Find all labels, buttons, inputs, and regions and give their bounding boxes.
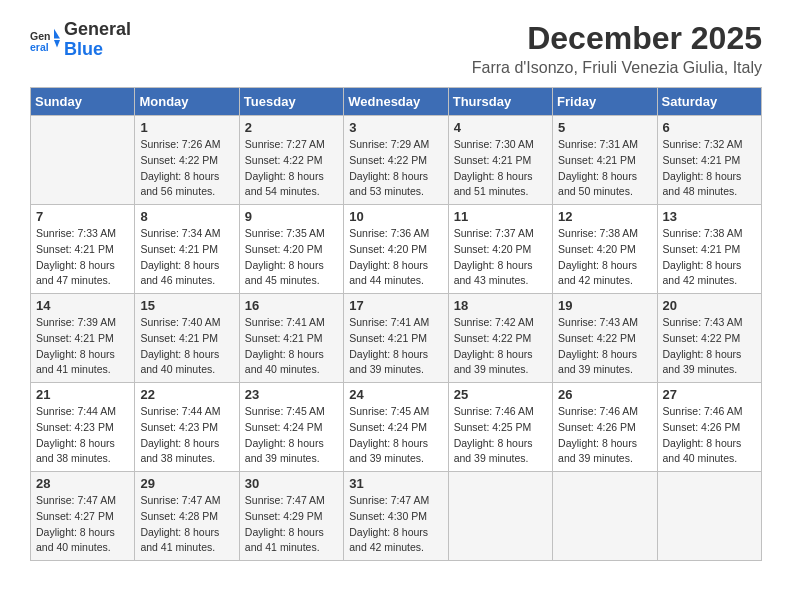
weekday-header: Tuesday [239,88,343,116]
day-number: 25 [454,387,547,402]
day-number: 7 [36,209,129,224]
day-number: 28 [36,476,129,491]
sun-info: Sunrise: 7:27 AM Sunset: 4:22 PM Dayligh… [245,137,338,200]
calendar-cell: 30 Sunrise: 7:47 AM Sunset: 4:29 PM Dayl… [239,472,343,561]
calendar-cell: 3 Sunrise: 7:29 AM Sunset: 4:22 PM Dayli… [344,116,448,205]
calendar-header-row: SundayMondayTuesdayWednesdayThursdayFrid… [31,88,762,116]
calendar-cell: 12 Sunrise: 7:38 AM Sunset: 4:20 PM Dayl… [553,205,657,294]
calendar-cell: 26 Sunrise: 7:46 AM Sunset: 4:26 PM Dayl… [553,383,657,472]
day-number: 17 [349,298,442,313]
sun-info: Sunrise: 7:43 AM Sunset: 4:22 PM Dayligh… [558,315,651,378]
calendar-cell: 21 Sunrise: 7:44 AM Sunset: 4:23 PM Dayl… [31,383,135,472]
day-number: 20 [663,298,756,313]
weekday-header: Sunday [31,88,135,116]
calendar-cell: 7 Sunrise: 7:33 AM Sunset: 4:21 PM Dayli… [31,205,135,294]
day-number: 13 [663,209,756,224]
calendar-cell: 4 Sunrise: 7:30 AM Sunset: 4:21 PM Dayli… [448,116,552,205]
day-number: 27 [663,387,756,402]
calendar-cell: 25 Sunrise: 7:46 AM Sunset: 4:25 PM Dayl… [448,383,552,472]
page-header: Gen eral General Blue December 2025 Farr… [30,20,762,77]
day-number: 10 [349,209,442,224]
sun-info: Sunrise: 7:35 AM Sunset: 4:20 PM Dayligh… [245,226,338,289]
calendar-cell: 6 Sunrise: 7:32 AM Sunset: 4:21 PM Dayli… [657,116,761,205]
calendar-week-row: 7 Sunrise: 7:33 AM Sunset: 4:21 PM Dayli… [31,205,762,294]
calendar-cell: 28 Sunrise: 7:47 AM Sunset: 4:27 PM Dayl… [31,472,135,561]
day-number: 24 [349,387,442,402]
day-number: 2 [245,120,338,135]
day-number: 11 [454,209,547,224]
day-number: 22 [140,387,233,402]
sun-info: Sunrise: 7:46 AM Sunset: 4:25 PM Dayligh… [454,404,547,467]
svg-text:eral: eral [30,40,49,52]
calendar-cell [553,472,657,561]
calendar-cell: 14 Sunrise: 7:39 AM Sunset: 4:21 PM Dayl… [31,294,135,383]
calendar-week-row: 28 Sunrise: 7:47 AM Sunset: 4:27 PM Dayl… [31,472,762,561]
sun-info: Sunrise: 7:40 AM Sunset: 4:21 PM Dayligh… [140,315,233,378]
calendar-cell: 15 Sunrise: 7:40 AM Sunset: 4:21 PM Dayl… [135,294,239,383]
day-number: 14 [36,298,129,313]
calendar-cell: 16 Sunrise: 7:41 AM Sunset: 4:21 PM Dayl… [239,294,343,383]
day-number: 15 [140,298,233,313]
sun-info: Sunrise: 7:38 AM Sunset: 4:20 PM Dayligh… [558,226,651,289]
calendar-cell [657,472,761,561]
month-title: December 2025 [472,20,762,57]
day-number: 12 [558,209,651,224]
calendar-cell: 13 Sunrise: 7:38 AM Sunset: 4:21 PM Dayl… [657,205,761,294]
sun-info: Sunrise: 7:46 AM Sunset: 4:26 PM Dayligh… [663,404,756,467]
calendar-cell: 5 Sunrise: 7:31 AM Sunset: 4:21 PM Dayli… [553,116,657,205]
calendar-table: SundayMondayTuesdayWednesdayThursdayFrid… [30,87,762,561]
day-number: 23 [245,387,338,402]
calendar-cell [31,116,135,205]
sun-info: Sunrise: 7:29 AM Sunset: 4:22 PM Dayligh… [349,137,442,200]
day-number: 8 [140,209,233,224]
logo: Gen eral General Blue [30,20,131,60]
calendar-cell: 9 Sunrise: 7:35 AM Sunset: 4:20 PM Dayli… [239,205,343,294]
day-number: 18 [454,298,547,313]
calendar-cell: 1 Sunrise: 7:26 AM Sunset: 4:22 PM Dayli… [135,116,239,205]
calendar-cell: 24 Sunrise: 7:45 AM Sunset: 4:24 PM Dayl… [344,383,448,472]
sun-info: Sunrise: 7:41 AM Sunset: 4:21 PM Dayligh… [245,315,338,378]
svg-marker-2 [54,29,60,39]
day-number: 26 [558,387,651,402]
day-number: 9 [245,209,338,224]
sun-info: Sunrise: 7:47 AM Sunset: 4:30 PM Dayligh… [349,493,442,556]
calendar-cell: 20 Sunrise: 7:43 AM Sunset: 4:22 PM Dayl… [657,294,761,383]
sun-info: Sunrise: 7:34 AM Sunset: 4:21 PM Dayligh… [140,226,233,289]
sun-info: Sunrise: 7:47 AM Sunset: 4:28 PM Dayligh… [140,493,233,556]
day-number: 1 [140,120,233,135]
day-number: 4 [454,120,547,135]
sun-info: Sunrise: 7:47 AM Sunset: 4:27 PM Dayligh… [36,493,129,556]
svg-marker-3 [54,40,60,48]
calendar-week-row: 21 Sunrise: 7:44 AM Sunset: 4:23 PM Dayl… [31,383,762,472]
sun-info: Sunrise: 7:41 AM Sunset: 4:21 PM Dayligh… [349,315,442,378]
sun-info: Sunrise: 7:46 AM Sunset: 4:26 PM Dayligh… [558,404,651,467]
sun-info: Sunrise: 7:47 AM Sunset: 4:29 PM Dayligh… [245,493,338,556]
sun-info: Sunrise: 7:45 AM Sunset: 4:24 PM Dayligh… [349,404,442,467]
sun-info: Sunrise: 7:42 AM Sunset: 4:22 PM Dayligh… [454,315,547,378]
weekday-header: Thursday [448,88,552,116]
calendar-cell: 29 Sunrise: 7:47 AM Sunset: 4:28 PM Dayl… [135,472,239,561]
calendar-cell: 11 Sunrise: 7:37 AM Sunset: 4:20 PM Dayl… [448,205,552,294]
location-title: Farra d'Isonzo, Friuli Venezia Giulia, I… [472,59,762,77]
sun-info: Sunrise: 7:38 AM Sunset: 4:21 PM Dayligh… [663,226,756,289]
day-number: 21 [36,387,129,402]
day-number: 5 [558,120,651,135]
calendar-cell: 31 Sunrise: 7:47 AM Sunset: 4:30 PM Dayl… [344,472,448,561]
calendar-cell [448,472,552,561]
weekday-header: Friday [553,88,657,116]
calendar-body: 1 Sunrise: 7:26 AM Sunset: 4:22 PM Dayli… [31,116,762,561]
sun-info: Sunrise: 7:33 AM Sunset: 4:21 PM Dayligh… [36,226,129,289]
calendar-cell: 18 Sunrise: 7:42 AM Sunset: 4:22 PM Dayl… [448,294,552,383]
sun-info: Sunrise: 7:45 AM Sunset: 4:24 PM Dayligh… [245,404,338,467]
day-number: 16 [245,298,338,313]
logo-icon: Gen eral [30,25,60,55]
sun-info: Sunrise: 7:37 AM Sunset: 4:20 PM Dayligh… [454,226,547,289]
day-number: 30 [245,476,338,491]
calendar-week-row: 1 Sunrise: 7:26 AM Sunset: 4:22 PM Dayli… [31,116,762,205]
calendar-cell: 17 Sunrise: 7:41 AM Sunset: 4:21 PM Dayl… [344,294,448,383]
day-number: 3 [349,120,442,135]
calendar-cell: 8 Sunrise: 7:34 AM Sunset: 4:21 PM Dayli… [135,205,239,294]
day-number: 29 [140,476,233,491]
weekday-header: Monday [135,88,239,116]
title-block: December 2025 Farra d'Isonzo, Friuli Ven… [472,20,762,77]
